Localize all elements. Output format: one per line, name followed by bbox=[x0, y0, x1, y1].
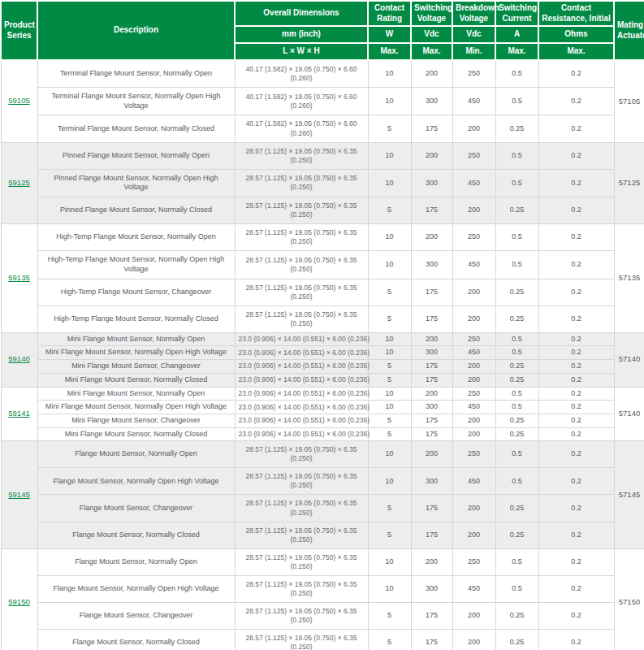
description-cell: High-Temp Flange Mount Sensor, Normally … bbox=[37, 306, 235, 332]
contact-rating-cell: 5 bbox=[368, 495, 411, 522]
dimensions-cell: 28.57 (1.125) × 19.05 (0.750) × 6.35 (0.… bbox=[235, 197, 368, 224]
switching-current-cell: 0.5 bbox=[495, 575, 538, 602]
dimensions-cell: 28.57 (1.125) × 19.05 (0.750) × 6.35 (0.… bbox=[235, 522, 368, 548]
table-row: 59135High-Temp Flange Mount Sensor, Norm… bbox=[1, 224, 644, 251]
description-cell: Flange Mount Sensor, Normally Closed bbox=[37, 629, 235, 650]
col-header-contact-resistance: Contact Resistance, Initial bbox=[538, 1, 614, 26]
description-cell: Mini Flange Mount Sensor, Normally Close… bbox=[37, 427, 235, 441]
mating-actuator-cell: 57140 bbox=[614, 387, 644, 441]
dimensions-cell: 23.0 (0.906) × 14.00 (0.551) × 6.00 (0.2… bbox=[235, 332, 368, 346]
col-qualifier-contact-resistance: Max. bbox=[538, 43, 614, 60]
description-cell: Flange Mount Sensor, Changeover bbox=[37, 602, 235, 629]
product-series-link[interactable]: 59140 bbox=[8, 354, 29, 363]
table-row: High-Temp Flange Mount Sensor, Normally … bbox=[1, 251, 644, 279]
switching-voltage-cell: 175 bbox=[411, 522, 452, 548]
contact-rating-cell: 10 bbox=[368, 60, 411, 88]
contact-resistance-cell: 0.2 bbox=[538, 495, 614, 522]
switching-voltage-cell: 200 bbox=[411, 548, 452, 575]
table-row: Mini Flange Mount Sensor, Normally Open … bbox=[1, 401, 644, 414]
product-series-link[interactable]: 59135 bbox=[8, 273, 29, 282]
switching-current-cell: 0.25 bbox=[495, 495, 538, 522]
switching-current-cell: 0.5 bbox=[495, 468, 538, 495]
switching-current-cell: 0.25 bbox=[495, 115, 538, 142]
switching-voltage-cell: 175 bbox=[411, 495, 452, 522]
contact-rating-cell: 5 bbox=[368, 522, 411, 548]
dimensions-cell: 23.0 (0.906) × 14.00 (0.551) × 6.00 (0.2… bbox=[235, 346, 368, 360]
col-qualifier-switching-current: Max. bbox=[495, 43, 538, 60]
col-header-description: Description bbox=[37, 1, 235, 60]
contact-resistance-cell: 0.2 bbox=[538, 548, 614, 575]
contact-resistance-cell: 0.2 bbox=[538, 346, 614, 360]
product-series-link[interactable]: 59150 bbox=[8, 597, 29, 606]
contact-resistance-cell: 0.2 bbox=[538, 88, 614, 115]
switching-voltage-cell: 300 bbox=[411, 401, 452, 414]
product-series-link[interactable]: 59145 bbox=[8, 490, 29, 499]
col-unit-contact-rating: W bbox=[368, 26, 411, 43]
table-row: Pinned Flange Mount Sensor, Normally Clo… bbox=[1, 197, 644, 224]
contact-rating-cell: 10 bbox=[368, 346, 411, 360]
dimensions-cell: 23.0 (0.906) × 14.00 (0.551) × 6.00 (0.2… bbox=[235, 387, 368, 401]
dimensions-cell: 28.57 (1.125) × 19.05 (0.750) × 6.35 (0.… bbox=[235, 602, 368, 629]
dimensions-cell: 28.57 (1.125) × 19.05 (0.750) × 6.35 (0.… bbox=[235, 142, 368, 169]
contact-resistance-cell: 0.2 bbox=[538, 602, 614, 629]
switching-voltage-cell: 300 bbox=[411, 468, 452, 495]
breakdown-voltage-cell: 200 bbox=[452, 522, 495, 548]
switching-voltage-cell: 175 bbox=[411, 373, 452, 387]
breakdown-voltage-cell: 250 bbox=[452, 224, 495, 251]
contact-rating-cell: 5 bbox=[368, 197, 411, 224]
switching-voltage-cell: 300 bbox=[411, 346, 452, 360]
breakdown-voltage-cell: 250 bbox=[452, 142, 495, 169]
contact-rating-cell: 10 bbox=[368, 88, 411, 115]
description-cell: Terminal Flange Mount Sensor, Normally O… bbox=[37, 88, 235, 115]
contact-rating-cell: 10 bbox=[368, 548, 411, 575]
product-series-link[interactable]: 59105 bbox=[8, 96, 29, 105]
switching-voltage-cell: 200 bbox=[411, 441, 452, 468]
description-cell: High-Temp Flange Mount Sensor, Normally … bbox=[37, 251, 235, 279]
col-unit-switching-voltage: Vdc bbox=[411, 26, 452, 43]
col-qualifier-dimensions: L × W × H bbox=[235, 43, 368, 60]
table-row: 59125Pinned Flange Mount Sensor, Normall… bbox=[1, 142, 644, 169]
switching-current-cell: 0.5 bbox=[495, 169, 538, 197]
table-row: Mini Flange Mount Sensor, Changeover23.0… bbox=[1, 414, 644, 427]
contact-resistance-cell: 0.2 bbox=[538, 332, 614, 346]
dimensions-cell: 28.57 (1.125) × 19.05 (0.750) × 6.35 (0.… bbox=[235, 224, 368, 251]
switching-current-cell: 0.5 bbox=[495, 401, 538, 414]
product-series-cell: 59145 bbox=[1, 441, 37, 548]
switching-current-cell: 0.5 bbox=[495, 548, 538, 575]
switching-voltage-cell: 175 bbox=[411, 602, 452, 629]
table-row: Flange Mount Sensor, Normally Open High … bbox=[1, 468, 644, 495]
contact-rating-cell: 5 bbox=[368, 414, 411, 427]
product-series-link[interactable]: 59125 bbox=[8, 178, 29, 187]
switching-voltage-cell: 175 bbox=[411, 306, 452, 332]
switching-current-cell: 0.25 bbox=[495, 279, 538, 306]
description-cell: High-Temp Flange Mount Sensor, Changeove… bbox=[37, 279, 235, 306]
switching-voltage-cell: 200 bbox=[411, 332, 452, 346]
product-specs-table: Product Series Description Overall Dimen… bbox=[0, 0, 644, 650]
breakdown-voltage-cell: 450 bbox=[452, 468, 495, 495]
mating-actuator-cell: 57135 bbox=[614, 224, 644, 333]
contact-resistance-cell: 0.2 bbox=[538, 197, 614, 224]
switching-voltage-cell: 300 bbox=[411, 88, 452, 115]
description-cell: Mini Flange Mount Sensor, Changeover bbox=[37, 414, 235, 427]
description-cell: Flange Mount Sensor, Normally Open bbox=[37, 548, 235, 575]
contact-rating-cell: 10 bbox=[368, 387, 411, 401]
table-row: Flange Mount Sensor, Changeover28.57 (1.… bbox=[1, 495, 644, 522]
breakdown-voltage-cell: 200 bbox=[452, 197, 495, 224]
dimensions-cell: 28.57 (1.125) × 19.05 (0.750) × 6.35 (0.… bbox=[235, 169, 368, 197]
description-cell: Mini Flange Mount Sensor, Changeover bbox=[37, 360, 235, 374]
col-header-contact-rating: Contact Rating bbox=[368, 1, 411, 26]
description-cell: Mini Flange Mount Sensor, Normally Open … bbox=[37, 401, 235, 414]
contact-rating-cell: 5 bbox=[368, 629, 411, 650]
contact-rating-cell: 5 bbox=[368, 373, 411, 387]
switching-current-cell: 0.5 bbox=[495, 387, 538, 401]
switching-current-cell: 0.5 bbox=[495, 60, 538, 88]
table-row: Pinned Flange Mount Sensor, Normally Ope… bbox=[1, 169, 644, 197]
contact-rating-cell: 5 bbox=[368, 427, 411, 441]
contact-resistance-cell: 0.2 bbox=[538, 251, 614, 279]
product-series-link[interactable]: 59141 bbox=[8, 409, 29, 418]
table-row: 59140Mini Flange Mount Sensor, Normally … bbox=[1, 332, 644, 346]
switching-current-cell: 0.25 bbox=[495, 197, 538, 224]
col-header-overall-dimensions: Overall Dimensions bbox=[235, 1, 368, 26]
dimensions-cell: 28.57 (1.125) × 19.05 (0.750) × 6.35 (0.… bbox=[235, 251, 368, 279]
breakdown-voltage-cell: 200 bbox=[452, 279, 495, 306]
